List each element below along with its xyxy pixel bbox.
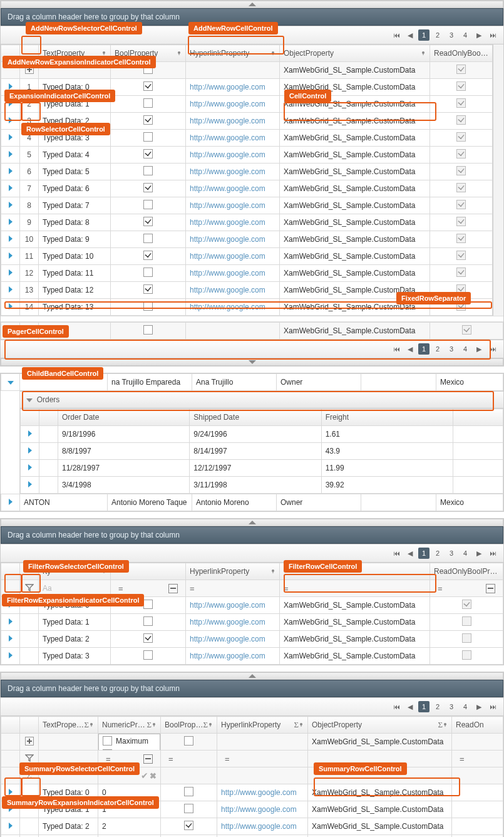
expand-toggle[interactable] <box>21 460 39 477</box>
pager-page-2[interactable]: 2 <box>432 548 443 559</box>
vertical-scrollbar[interactable] <box>493 44 503 316</box>
checkbox[interactable] <box>103 736 112 746</box>
cell-bool[interactable] <box>111 130 186 147</box>
col-object[interactable] <box>280 563 430 580</box>
row-selector[interactable]: 7 <box>20 180 39 197</box>
row-selector[interactable]: 10 <box>20 231 39 248</box>
pager-first-icon[interactable]: ⏮ <box>391 29 402 41</box>
hyperlink[interactable]: http://www.google.com <box>221 805 297 814</box>
table-row[interactable]: Typed Data: 11http://www.google.comXamWe… <box>1 801 503 818</box>
cell-bool[interactable] <box>111 231 186 248</box>
cell-link[interactable]: http://www.google.com <box>186 282 280 299</box>
plus-icon[interactable] <box>25 65 34 74</box>
cell-link[interactable]: http://www.google.com <box>186 197 280 214</box>
checkbox[interactable] <box>143 98 153 108</box>
checkbox[interactable] <box>143 251 153 260</box>
hyperlink[interactable]: http://www.google.com <box>190 117 265 125</box>
summary-opt-min[interactable]: Minimum <box>116 750 147 751</box>
table-row[interactable]: 8/8/19978/14/199743.9 <box>21 443 503 460</box>
row-selector[interactable]: 3 <box>20 113 39 130</box>
pager-page-3[interactable]: 3 <box>446 548 457 559</box>
row-selector[interactable]: 4 <box>20 130 39 147</box>
pager-page-2[interactable]: 2 <box>432 343 443 355</box>
col-robool[interactable]: ReadOnlyBoolProperty <box>430 563 503 580</box>
pager-next-icon[interactable]: ▶ <box>473 29 485 41</box>
hyperlink[interactable]: http://www.google.com <box>190 252 265 261</box>
col-hyperlink[interactable]: HyperlinkProperty <box>186 45 280 62</box>
collapse-up-bar[interactable] <box>1 1 503 8</box>
pager-page-4[interactable]: 4 <box>460 29 471 41</box>
table-row[interactable]: 13Typed Data: 12http://www.google.comXam… <box>1 282 493 299</box>
table-row[interactable]: 14Typed Data: 13http://www.google.comXam… <box>1 299 493 316</box>
group-by-bar[interactable]: Drag a column header here to group by th… <box>1 8 503 26</box>
table-row[interactable]: 9/18/19969/24/19961.61 <box>21 426 503 443</box>
expand-toggle[interactable] <box>1 494 20 511</box>
row-selector[interactable]: 11 <box>20 248 39 265</box>
expand-toggle[interactable] <box>1 197 20 214</box>
cell-link[interactable]: http://www.google.com <box>186 248 280 265</box>
group-by-bar[interactable]: Drag a column header here to group by th… <box>1 680 503 697</box>
table-row[interactable]: 10Typed Data: 9http://www.google.comXamW… <box>1 231 493 248</box>
cell-bool[interactable] <box>111 113 186 130</box>
pager-page-1[interactable]: 1 <box>418 701 429 712</box>
table-row[interactable]: Typed Data: 1http://www.google.comXamWeb… <box>1 614 503 631</box>
child-col-orderdate[interactable]: Order Date <box>58 409 190 426</box>
hyperlink[interactable]: http://www.google.com <box>190 601 265 610</box>
pager-prev-icon[interactable]: ◀ <box>404 548 416 559</box>
cell-link[interactable]: http://www.google.com <box>186 113 280 130</box>
row-selector[interactable]: 2 <box>20 96 39 113</box>
expand-toggle[interactable] <box>1 130 20 147</box>
filter-row[interactable]: Aa = = = = <box>1 580 503 597</box>
col-text[interactable]: TextProperty <box>39 45 111 62</box>
expand-toggle[interactable] <box>1 113 20 130</box>
checkbox[interactable] <box>143 217 153 226</box>
cell-bool[interactable] <box>111 147 186 164</box>
cell-bool[interactable] <box>111 265 186 282</box>
checkbox[interactable] <box>143 301 153 311</box>
expand-toggle[interactable] <box>21 443 39 460</box>
plus-icon[interactable] <box>25 326 34 335</box>
expand-toggle[interactable] <box>1 631 20 648</box>
cell-link[interactable]: http://www.google.com <box>186 231 280 248</box>
expand-toggle[interactable] <box>1 818 20 835</box>
table-row[interactable]: 1Typed Data: 0http://www.google.comXamWe… <box>1 79 493 96</box>
pager-next-icon[interactable]: ▶ <box>473 701 485 712</box>
summary-filter-row[interactable]: = = = = <box>1 751 503 767</box>
summary-row-selector[interactable]: Σ <box>20 767 39 784</box>
pager-first-icon[interactable]: ⏮ <box>391 701 402 712</box>
pin-icon[interactable] <box>270 51 275 56</box>
pager-page-1[interactable]: 1 <box>418 343 429 355</box>
hyperlink[interactable]: http://www.google.com <box>190 652 265 660</box>
hyperlink[interactable]: http://www.google.com <box>190 133 265 142</box>
row-selector[interactable]: 8 <box>20 197 39 214</box>
expand-toggle[interactable] <box>1 374 20 391</box>
filter-robool[interactable]: = <box>430 580 503 597</box>
checkbox[interactable] <box>143 132 153 142</box>
filter-object[interactable]: = <box>280 580 430 597</box>
pin-icon[interactable] <box>101 51 106 56</box>
expand-toggle[interactable] <box>1 79 20 96</box>
row-selector[interactable]: 13 <box>20 282 39 299</box>
table-row[interactable]: Typed Data: 33http://www.google.comXamWe… <box>1 835 503 838</box>
apply-icon[interactable]: ✔ <box>141 771 148 781</box>
table-row[interactable]: 6Typed Data: 5http://www.google.comXamWe… <box>1 164 493 180</box>
hyperlink[interactable]: http://www.google.com <box>190 201 265 210</box>
table-row[interactable]: Typed Data: 22http://www.google.comXamWe… <box>1 818 503 835</box>
col-hyperlink[interactable]: HyperlinkPropertyΣ <box>217 717 308 734</box>
pager-page-1[interactable]: 1 <box>418 29 429 41</box>
col-object[interactable]: ObjectPropertyΣ <box>308 717 452 734</box>
col-numeric[interactable]: NumericPropertyΣ <box>98 717 161 734</box>
checkbox[interactable] <box>103 749 112 751</box>
pager-last-icon[interactable]: ⏭ <box>487 701 498 712</box>
child-col-freight[interactable]: Freight <box>321 409 453 426</box>
hyperlink[interactable]: http://www.google.com <box>190 167 265 176</box>
hyperlink[interactable]: http://www.google.com <box>190 269 265 278</box>
checkbox[interactable] <box>143 616 153 626</box>
cell-bool[interactable] <box>111 79 186 96</box>
table-row[interactable]: Typed Data: 2http://www.google.comXamWeb… <box>1 631 503 648</box>
hyperlink[interactable]: http://www.google.com <box>190 150 265 159</box>
cell-link[interactable]: http://www.google.com <box>186 265 280 282</box>
add-new-row[interactable]: XamWebGrid_SL_Sample.CustomData <box>1 62 493 79</box>
pin-icon[interactable] <box>177 51 182 56</box>
summary-options-popup[interactable]: Maximum Minimum <box>98 734 160 751</box>
